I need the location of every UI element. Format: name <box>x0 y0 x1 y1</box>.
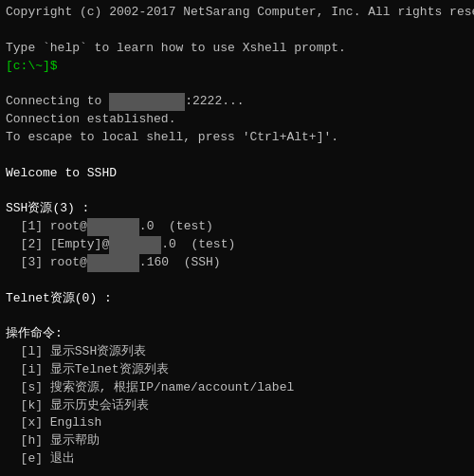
initial-prompt[interactable]: [c:\~]$ <box>6 58 468 76</box>
ssh-item-1: [1] root@ .0 (test) <box>6 218 468 236</box>
ssh-item-2: [2] [Empty]@ .0 (test) <box>6 236 468 254</box>
ssh-item-3: [3] root@ .160 (SSH) <box>6 254 468 272</box>
terminal-window: Copyright (c) 2002-2017 NetSarang Comput… <box>0 0 474 476</box>
help-hint-line: Type `help` to learn how to use Xshell p… <box>6 40 468 58</box>
redacted-ip-2 <box>87 218 139 236</box>
copyright-line: Copyright (c) 2002-2017 NetSarang Comput… <box>6 4 468 22</box>
op-k: [k] 显示历史会话列表 <box>6 397 468 415</box>
blank-line-1 <box>6 22 468 40</box>
blank-line-7 <box>6 468 468 476</box>
connecting-line: Connecting to :2222... <box>6 93 468 111</box>
redacted-ip-3 <box>109 236 161 254</box>
blank-line-3 <box>6 147 468 165</box>
op-e: [e] 退出 <box>6 450 468 468</box>
welcome-line: Welcome to SSHD <box>6 165 468 183</box>
op-i: [i] 显示Telnet资源列表 <box>6 361 468 379</box>
blank-line-4 <box>6 182 468 200</box>
telnet-resources-label: Telnet资源(0) : <box>6 290 468 308</box>
blank-line-6 <box>6 307 468 325</box>
redacted-ip-4 <box>87 254 139 272</box>
op-l: [l] 显示SSH资源列表 <box>6 343 468 361</box>
escape-hint-line: To escape to local shell, press 'Ctrl+Al… <box>6 129 468 147</box>
op-h: [h] 显示帮助 <box>6 432 468 450</box>
op-x: [x] English <box>6 414 468 432</box>
established-line: Connection established. <box>6 111 468 129</box>
ssh-resources-label: SSH资源(3) : <box>6 200 468 218</box>
blank-line-2 <box>6 75 468 93</box>
op-s: [s] 搜索资源, 根据IP/name/account/label <box>6 379 468 397</box>
operations-label: 操作命令: <box>6 325 468 343</box>
redacted-ip-1 <box>109 93 185 111</box>
blank-line-5 <box>6 272 468 290</box>
